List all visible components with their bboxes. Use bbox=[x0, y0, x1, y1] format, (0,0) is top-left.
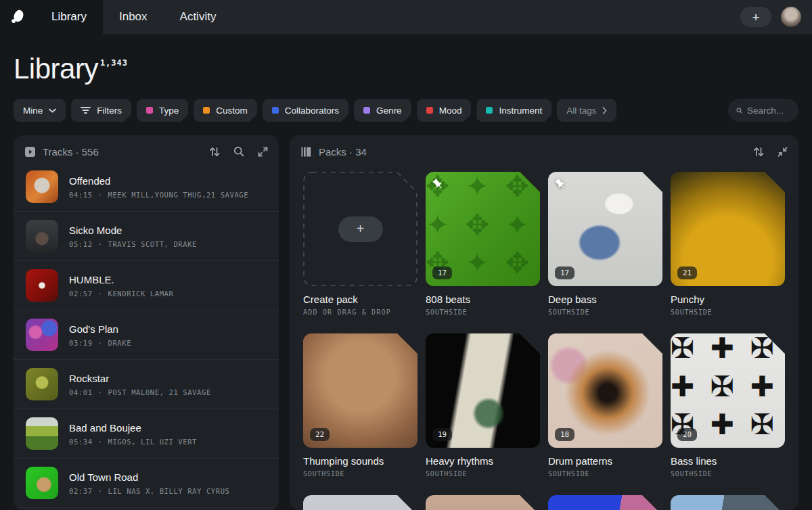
search-input[interactable] bbox=[747, 106, 790, 116]
track-duration: 04:01 bbox=[69, 388, 93, 396]
add-button[interactable]: + bbox=[740, 7, 771, 27]
pack-name: Drum patterns bbox=[548, 455, 662, 467]
create-pack-subtitle: ADD OR DRAG & DROP bbox=[303, 308, 418, 316]
filters-label: Filters bbox=[97, 106, 122, 116]
track-duration: 05:34 bbox=[69, 438, 93, 446]
library-count: 1,343 bbox=[100, 58, 128, 68]
track-duration: 04:15 bbox=[69, 191, 93, 199]
track-row-humble[interactable]: HUMBLE. 02:57KENDRICK LAMAR bbox=[14, 261, 279, 310]
filters-button[interactable]: Filters bbox=[71, 99, 131, 122]
track-title: Old Town Road bbox=[69, 471, 230, 483]
pack-author: SOUTHSIDE bbox=[548, 470, 662, 478]
search-icon bbox=[233, 146, 244, 157]
pack-cover: 19 bbox=[426, 333, 540, 448]
expand-icon bbox=[258, 147, 268, 157]
create-pack-card[interactable]: + Create pack ADD OR DRAG & DROP bbox=[303, 172, 418, 316]
pack-card-partial[interactable] bbox=[303, 495, 418, 510]
track-row-offended[interactable]: Offended 04:15MEEK MILL,YOUNG THUG,21 SA… bbox=[14, 162, 279, 212]
pack-card-thumping-sounds[interactable]: 22 Thumping sounds SOUTHSIDE bbox=[303, 333, 418, 478]
collaborators-color-swatch bbox=[272, 107, 279, 114]
album-art bbox=[26, 368, 58, 400]
track-row-bad-and-boujee[interactable]: Bad and Boujee 05:34MIGOS, LIL UZI VERT bbox=[14, 409, 279, 459]
pack-name: Deep bass bbox=[548, 294, 662, 305]
pack-count-badge: 17 bbox=[555, 266, 574, 279]
track-list: Offended 04:15MEEK MILL,YOUNG THUG,21 SA… bbox=[14, 162, 279, 508]
pack-cover bbox=[548, 495, 662, 510]
album-art bbox=[26, 170, 58, 203]
pack-cover: ✥ ✦ ✥ ✦ ✥ ✦ ✥ ✦ ✥ ✦ ✥ ✦ ✥ ✦ ✥ ✦ 17 bbox=[426, 172, 540, 286]
page-title-text: Library bbox=[14, 53, 98, 85]
tab-activity[interactable]: Activity bbox=[164, 0, 233, 34]
pack-card-punchy[interactable]: 21 Punchy SOUTHSIDE bbox=[671, 172, 785, 316]
pack-card-808-beats[interactable]: ✥ ✦ ✥ ✦ ✥ ✦ ✥ ✦ ✥ ✦ ✥ ✦ ✥ ✦ ✥ ✦ 17 808 b… bbox=[426, 172, 540, 316]
pack-count-badge: 18 bbox=[555, 428, 574, 441]
track-row-sicko-mode[interactable]: Sicko Mode 05:12TRAVIS SCOTT, DRAKE bbox=[14, 212, 279, 261]
pack-name: Punchy bbox=[671, 294, 785, 305]
track-row-old-town-road[interactable]: Old Town Road 02:37LIL NAS X, BILLY RAY … bbox=[14, 459, 279, 508]
filter-chip-collaborators[interactable]: Collaborators bbox=[263, 99, 348, 122]
pack-cover: 17 bbox=[548, 172, 662, 286]
track-title: Sicko Mode bbox=[69, 225, 197, 236]
all-tags-label: All tags bbox=[566, 106, 596, 116]
tab-inbox[interactable]: Inbox bbox=[103, 0, 164, 34]
track-artists: LIL NAS X, BILLY RAY CYRUS bbox=[93, 487, 230, 495]
track-row-rockstar[interactable]: Rockstar 04:01POST MALONE, 21 SAVAGE bbox=[14, 360, 279, 409]
track-title: Bad and Boujee bbox=[69, 422, 197, 434]
pack-card-bass-lines[interactable]: ✠ ✚ ✠ ✚ ✠ ✚ ✠ ✚ ✠ 20 Bass lines SOUTHSID… bbox=[671, 333, 785, 478]
mood-label: Mood bbox=[439, 106, 462, 116]
pack-name: Heavy rhythms bbox=[426, 455, 540, 467]
album-art bbox=[26, 417, 58, 450]
packs-panel-header: Packs · 34 bbox=[290, 135, 798, 162]
track-artists: KENDRICK LAMAR bbox=[93, 289, 174, 298]
filter-chip-mood[interactable]: Mood bbox=[417, 99, 472, 122]
create-pack-dropzone[interactable]: + bbox=[303, 172, 418, 286]
track-artists: POST MALONE, 21 SAVAGE bbox=[93, 388, 211, 396]
pack-cover: 22 bbox=[303, 333, 418, 448]
album-art bbox=[26, 319, 58, 351]
pack-cover: 18 bbox=[548, 333, 662, 448]
packs-collapse-button[interactable] bbox=[777, 147, 788, 157]
pack-card-heavy-rhythms[interactable]: 19 Heavy rhythms SOUTHSIDE bbox=[426, 333, 540, 478]
pack-card-deep-bass[interactable]: 17 Deep bass SOUTHSIDE bbox=[548, 172, 662, 316]
pack-card-drum-patterns[interactable]: 18 Drum patterns SOUTHSIDE bbox=[548, 333, 662, 478]
filter-chip-genre[interactable]: Genre bbox=[354, 99, 411, 122]
pack-cover: ✠ ✚ ✠ ✚ ✠ ✚ ✠ ✚ ✠ 20 bbox=[671, 333, 785, 448]
custom-color-swatch bbox=[203, 107, 210, 114]
track-duration: 02:57 bbox=[69, 289, 93, 298]
app-logo[interactable] bbox=[0, 0, 35, 34]
pack-count-badge: 22 bbox=[310, 428, 330, 441]
collaborators-label: Collaborators bbox=[285, 106, 339, 116]
create-pack-plus-button[interactable]: + bbox=[338, 216, 383, 242]
album-art bbox=[26, 269, 58, 302]
pack-cover: 21 bbox=[671, 172, 785, 286]
nav-actions: + bbox=[740, 7, 812, 27]
page-header: Library1,343 bbox=[14, 53, 798, 85]
pin-icon bbox=[554, 178, 566, 190]
avatar[interactable] bbox=[781, 7, 801, 27]
packs-sort-button[interactable] bbox=[753, 147, 764, 157]
pack-count-badge: 20 bbox=[677, 428, 697, 441]
tracks-panel-header: Tracks · 556 bbox=[14, 135, 279, 162]
all-tags-button[interactable]: All tags bbox=[557, 99, 616, 122]
mood-color-swatch bbox=[426, 107, 433, 114]
filter-chip-type[interactable]: Type bbox=[137, 99, 188, 122]
tracks-sort-button[interactable] bbox=[209, 147, 220, 157]
tracks-search-button[interactable] bbox=[233, 146, 244, 157]
pack-card-partial[interactable] bbox=[426, 495, 540, 510]
pack-author: SOUTHSIDE bbox=[548, 308, 662, 316]
chevron-down-icon bbox=[49, 108, 56, 113]
tab-library[interactable]: Library bbox=[35, 0, 103, 34]
tracks-expand-button[interactable] bbox=[258, 147, 268, 157]
track-artists: TRAVIS SCOTT, DRAKE bbox=[93, 240, 197, 248]
mine-dropdown[interactable]: Mine bbox=[14, 99, 66, 122]
pack-card-partial[interactable] bbox=[548, 495, 662, 510]
pack-card-partial[interactable] bbox=[671, 495, 785, 510]
packs-grid: + Create pack ADD OR DRAG & DROP ✥ ✦ ✥ ✦… bbox=[290, 162, 798, 510]
filter-chip-instrument[interactable]: Instrument bbox=[476, 99, 551, 122]
track-row-gods-plan[interactable]: God's Plan 03:19DRAKE bbox=[14, 310, 279, 360]
filter-chip-custom[interactable]: Custom bbox=[194, 99, 257, 122]
create-pack-title: Create pack bbox=[303, 294, 418, 305]
pack-author: SOUTHSIDE bbox=[303, 470, 418, 478]
sort-icon bbox=[753, 147, 764, 157]
instrument-color-swatch bbox=[486, 107, 493, 114]
